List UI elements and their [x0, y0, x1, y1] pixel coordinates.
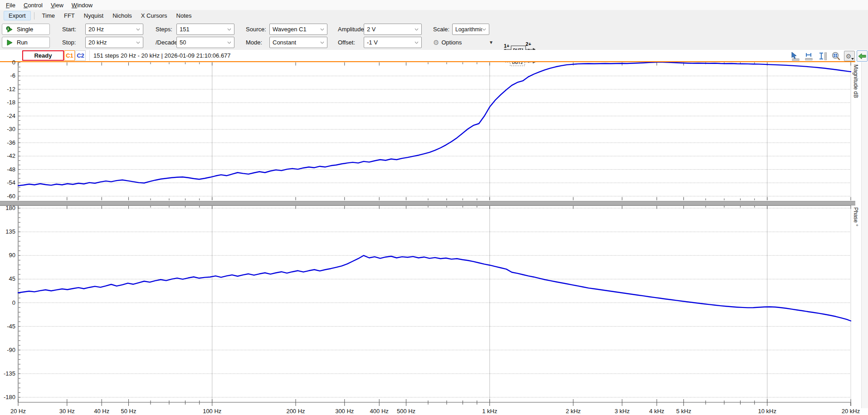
x-axis-tick-label: 5 kHz — [676, 408, 691, 415]
diagram-input-plus: 1+ — [504, 43, 510, 49]
status-bar: Ready C1 C2 151 steps 20 Hz - 20 kHz | 2… — [0, 50, 855, 62]
menu-view[interactable]: View — [47, 1, 68, 10]
per-decade-select[interactable]: 50 — [176, 37, 234, 48]
y-axis-tick-label: -90 — [0, 347, 15, 353]
tab-fft[interactable]: FFT — [59, 11, 79, 20]
start-frequency-select[interactable]: 20 Hz — [85, 24, 143, 35]
start-label: Start: — [62, 24, 76, 35]
x-axis-tick-label: 200 Hz — [286, 408, 305, 415]
options-button[interactable]: ⚙ Options — [433, 37, 462, 48]
pointer-cursor-icon — [790, 52, 800, 61]
tab-nyquist[interactable]: Nyquist — [79, 11, 108, 20]
source-select[interactable]: Wavegen C1 — [269, 24, 327, 35]
offset-select[interactable]: -1 V — [364, 37, 422, 48]
tab-time[interactable]: Time — [38, 11, 59, 20]
stop-label: Stop: — [62, 37, 76, 48]
y-axis-tick-label: -42 — [0, 152, 15, 159]
amplitude-label: Amplitude: — [338, 24, 366, 35]
per-decade-value: 50 — [180, 39, 186, 46]
run-play-icon — [6, 39, 13, 46]
options-dropdown-arrow[interactable]: ▼ — [489, 37, 493, 48]
y-axis-tick-label: -12 — [0, 86, 15, 93]
svg-text:⚙: ⚙ — [846, 53, 852, 60]
magnitude-axis-title: Magnitude dB — [853, 64, 859, 98]
y-axis-tick-label: -36 — [0, 139, 15, 146]
zoom-magnifier-icon — [831, 52, 841, 61]
toolbar: 1 Single Start: 20 Hz Steps: 151 Source:… — [0, 21, 868, 50]
x-axis-tick-label: 20 kHz — [842, 408, 860, 415]
y-axis-tick-label: -6 — [0, 72, 15, 79]
tab-export[interactable]: Export — [4, 11, 31, 20]
offset-value: -1 V — [367, 39, 378, 46]
phase-axis-title: Phase ° — [853, 207, 859, 226]
x-axis-tick-label: 400 Hz — [370, 408, 389, 415]
horizontal-cursors-button[interactable] — [804, 51, 814, 61]
magnitude-plot[interactable] — [0, 62, 868, 201]
tab-separator — [34, 12, 34, 20]
chevron-down-icon — [136, 41, 140, 44]
pointer-mode-button[interactable] — [790, 51, 801, 61]
y-axis-tick-label: -48 — [0, 166, 15, 173]
settings-gear-icon: ⚙ — [844, 52, 854, 61]
start-frequency-value: 20 Hz — [88, 26, 104, 33]
vertical-cursors-button[interactable] — [817, 51, 828, 61]
x-axis-tick-label: 20 Hz — [10, 408, 26, 415]
y-axis-tick-label: -60 — [0, 193, 15, 200]
scale-label: Scale: — [433, 24, 449, 35]
sweep-info-text: 151 steps 20 Hz - 20 kHz | 2026-01-09 21… — [89, 50, 231, 61]
x-axis-tick-label: 300 Hz — [335, 408, 354, 415]
x-axis-tick-label: 100 Hz — [203, 408, 221, 415]
x-axis-tick-label: 3 kHz — [614, 408, 629, 415]
x-axis-tick-label: 40 Hz — [94, 408, 109, 415]
menu-file[interactable]: File — [2, 1, 20, 10]
chevron-down-icon — [227, 41, 231, 44]
y-axis-tick-label: 45 — [0, 275, 15, 282]
tab-notes[interactable]: Notes — [172, 11, 196, 20]
channel-c2-button[interactable]: C2 — [75, 50, 86, 61]
menu-window[interactable]: Window — [68, 1, 97, 10]
y-axis-tick-label: 90 — [0, 252, 15, 259]
tab-x-cursors[interactable]: X Cursors — [137, 11, 172, 20]
horizontal-cursor-icon — [804, 52, 814, 61]
menu-control[interactable]: Control — [20, 1, 47, 10]
scale-value: Logarithmic — [455, 26, 482, 33]
chevron-down-icon — [414, 41, 419, 44]
single-button[interactable]: 1 Single — [2, 24, 50, 35]
y-axis-tick-label: -18 — [0, 99, 15, 106]
svg-text:1: 1 — [7, 27, 9, 30]
y-axis-tick-label: 0 — [0, 59, 15, 66]
amplitude-select[interactable]: 2 V — [364, 24, 422, 35]
y-axis-tick-label: -24 — [0, 112, 15, 119]
y-axis-tick-label: -135 — [0, 370, 15, 377]
channel-c1-button[interactable]: C1 — [64, 50, 75, 61]
per-decade-label: /Decade: — [156, 37, 179, 48]
x-axis-tick-label: 1 kHz — [482, 408, 497, 415]
tab-nichols[interactable]: Nichols — [108, 11, 137, 20]
collapse-panel-button[interactable] — [857, 50, 868, 62]
y-axis-tick-label: -45 — [0, 323, 15, 330]
gear-icon: ⚙ — [433, 39, 439, 47]
scale-select[interactable]: Logarithmic — [452, 24, 489, 35]
single-button-label: Single — [17, 26, 33, 33]
vertical-cursor-icon — [818, 52, 828, 61]
source-label: Source: — [246, 24, 266, 35]
x-axis-tick-label: 4 kHz — [649, 408, 664, 415]
x-axis-tick-label: 2 kHz — [566, 408, 580, 415]
mode-select[interactable]: Constant — [269, 37, 327, 48]
menu-bar: File Control View Window — [0, 0, 868, 10]
plot-settings-button[interactable]: ⚙ — [844, 51, 855, 61]
steps-select[interactable]: 151 — [176, 24, 234, 35]
source-value: Wavegen C1 — [273, 26, 307, 33]
status-ready-badge: Ready — [22, 50, 64, 61]
zoom-button[interactable] — [831, 51, 842, 61]
phase-plot[interactable] — [0, 205, 868, 408]
stop-frequency-select[interactable]: 20 kHz — [85, 37, 143, 48]
y-axis-tick-label: 180 — [0, 205, 15, 211]
run-button[interactable]: Run — [2, 37, 50, 48]
x-axis-tick-label: 30 Hz — [59, 408, 75, 415]
run-button-label: Run — [17, 39, 28, 46]
plot-splitter[interactable] — [0, 201, 855, 205]
x-axis-tick-label: 10 kHz — [758, 408, 776, 415]
right-scroll-gutter[interactable] — [861, 62, 868, 408]
options-label: Options — [441, 39, 462, 46]
